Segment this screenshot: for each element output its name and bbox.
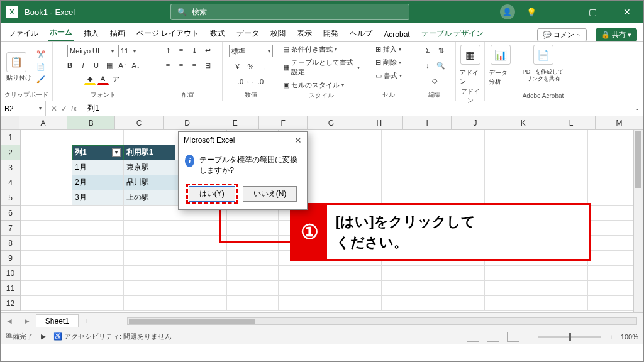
cell-B3[interactable]: 1月	[72, 160, 124, 175]
search-box[interactable]: 🔍 検索	[170, 4, 409, 20]
zoom-in-button[interactable]: +	[609, 333, 613, 341]
accessibility-status[interactable]: ♿ アクセシビリティ: 問題ありません	[53, 332, 172, 341]
align-middle-button[interactable]: ≡	[175, 45, 187, 56]
increase-font-button[interactable]: A↑	[117, 60, 128, 71]
clear-button[interactable]: ◇	[429, 75, 440, 86]
col-header-B[interactable]: B	[67, 116, 115, 129]
format-as-table-button[interactable]: ▦ テーブルとして書式設定 ▾	[283, 58, 360, 77]
addins-button[interactable]: ▦	[460, 45, 480, 65]
col-header-H[interactable]: H	[355, 116, 403, 129]
col-header-D[interactable]: D	[164, 116, 211, 129]
row-header-2[interactable]: 2	[1, 145, 21, 160]
tab-draw[interactable]: 描画	[109, 26, 126, 41]
share-button[interactable]: 🔒 共有 ▾	[596, 28, 637, 41]
sheet-nav-prev[interactable]: ◄	[1, 317, 18, 326]
row-header-9[interactable]: 9	[1, 251, 21, 266]
horizontal-scrollbar[interactable]	[127, 317, 637, 325]
row-header-1[interactable]: 1	[1, 130, 21, 145]
tab-table-design[interactable]: テーブル デザイン	[420, 26, 485, 41]
col-header-C[interactable]: C	[115, 116, 163, 129]
tab-developer[interactable]: 開発	[322, 26, 340, 41]
font-size-select[interactable]: 11▾	[118, 45, 138, 57]
fill-color-button[interactable]: ◆	[84, 74, 96, 85]
row-header-12[interactable]: 12	[1, 296, 21, 311]
page-break-view-button[interactable]	[507, 332, 519, 342]
underline-button[interactable]: U	[91, 60, 102, 71]
vertical-scrollbar[interactable]	[633, 130, 643, 312]
cancel-formula-icon[interactable]: ✕	[51, 104, 57, 113]
conditional-format-button[interactable]: ▤ 条件付き書式 ▾	[283, 45, 337, 54]
number-format-select[interactable]: 標準▾	[229, 45, 273, 57]
increase-decimal-button[interactable]: .0→	[238, 76, 250, 87]
paste-button[interactable]: 📋	[6, 52, 26, 72]
dialog-yes-button[interactable]: はい(Y)	[189, 186, 235, 202]
delete-cells-button[interactable]: ⊟ 削除 ▾	[375, 58, 401, 67]
fill-button[interactable]: ↓	[422, 60, 433, 71]
tab-review[interactable]: 校閲	[269, 26, 287, 41]
phonetic-button[interactable]: ア	[111, 74, 122, 85]
comments-button[interactable]: 💬 コメント	[537, 28, 587, 41]
col-header-I[interactable]: I	[403, 116, 451, 129]
sheet-nav-next[interactable]: ►	[18, 317, 36, 326]
format-painter-button[interactable]: 🖌️	[35, 74, 47, 85]
font-color-button[interactable]: A	[97, 74, 109, 85]
row-header-10[interactable]: 10	[1, 266, 21, 281]
fx-icon[interactable]: fx	[71, 104, 77, 113]
close-button[interactable]: ✕	[616, 7, 638, 17]
align-left-button[interactable]: ≡	[162, 60, 174, 71]
col-header-A[interactable]: A	[19, 116, 67, 129]
lightbulb-icon[interactable]: 💡	[526, 8, 536, 17]
analysis-button[interactable]: 📊	[491, 45, 511, 65]
new-sheet-button[interactable]: +	[79, 317, 96, 326]
tab-file[interactable]: ファイル	[7, 26, 40, 41]
format-cells-button[interactable]: ▭ 書式 ▾	[375, 71, 402, 80]
cut-button[interactable]: ✂️	[35, 49, 47, 60]
row-header-7[interactable]: 7	[1, 221, 21, 236]
find-button[interactable]: 🔍	[435, 60, 447, 71]
bold-button[interactable]: B	[64, 60, 75, 71]
tab-view[interactable]: 表示	[296, 26, 313, 41]
cell-C2[interactable]: 利用駅1	[124, 145, 175, 160]
align-center-button[interactable]: ≡	[175, 60, 187, 71]
insert-cells-button[interactable]: ⊞ 挿入 ▾	[375, 45, 401, 54]
italic-button[interactable]: I	[77, 60, 89, 71]
col-header-E[interactable]: E	[211, 116, 259, 129]
align-bottom-button[interactable]: ⤓	[189, 45, 200, 56]
decrease-font-button[interactable]: A↓	[130, 60, 142, 71]
formula-input[interactable]: 列1	[82, 103, 631, 114]
cell-C3[interactable]: 東京駅	[124, 160, 175, 175]
row-header-8[interactable]: 8	[1, 236, 21, 251]
cell-B2[interactable]: 列1▾	[72, 145, 124, 160]
pdf-share-button[interactable]: 📄	[533, 45, 553, 65]
tab-acrobat[interactable]: Acrobat	[382, 28, 411, 41]
sort-button[interactable]: ⇅	[435, 45, 447, 56]
row-header-11[interactable]: 11	[1, 281, 21, 296]
tab-pagelayout[interactable]: ページ レイアウト	[135, 26, 200, 41]
wrap-text-button[interactable]: ↩	[202, 45, 213, 56]
zoom-slider[interactable]	[538, 336, 601, 338]
decrease-decimal-button[interactable]: ←.0	[252, 76, 263, 87]
enter-formula-icon[interactable]: ✓	[61, 104, 67, 113]
select-all-cell[interactable]	[1, 116, 19, 129]
border-button[interactable]: ▦	[104, 60, 115, 71]
page-layout-view-button[interactable]	[487, 332, 499, 342]
tab-help[interactable]: ヘルプ	[348, 26, 374, 41]
currency-button[interactable]: ¥	[232, 61, 243, 72]
zoom-level[interactable]: 100%	[621, 333, 638, 341]
cell-C5[interactable]: 上の駅	[124, 190, 175, 206]
tab-insert[interactable]: 挿入	[82, 26, 100, 41]
account-avatar[interactable]: 👤	[500, 4, 515, 19]
name-box[interactable]: B2▾	[1, 101, 46, 116]
macro-icon[interactable]: ▶	[41, 332, 46, 341]
row-header-3[interactable]: 3	[1, 160, 21, 175]
comma-button[interactable]: ,	[258, 61, 270, 72]
font-name-select[interactable]: Meiryo UI▾	[67, 45, 116, 57]
col-header-L[interactable]: L	[547, 116, 595, 129]
tab-home[interactable]: ホーム	[48, 25, 74, 41]
col-header-M[interactable]: M	[596, 116, 643, 129]
col-header-J[interactable]: J	[452, 116, 499, 129]
cell-C4[interactable]: 品川駅	[124, 175, 175, 190]
tab-data[interactable]: データ	[235, 26, 260, 41]
maximize-button[interactable]: ▢	[582, 7, 604, 17]
row-header-6[interactable]: 6	[1, 206, 21, 221]
